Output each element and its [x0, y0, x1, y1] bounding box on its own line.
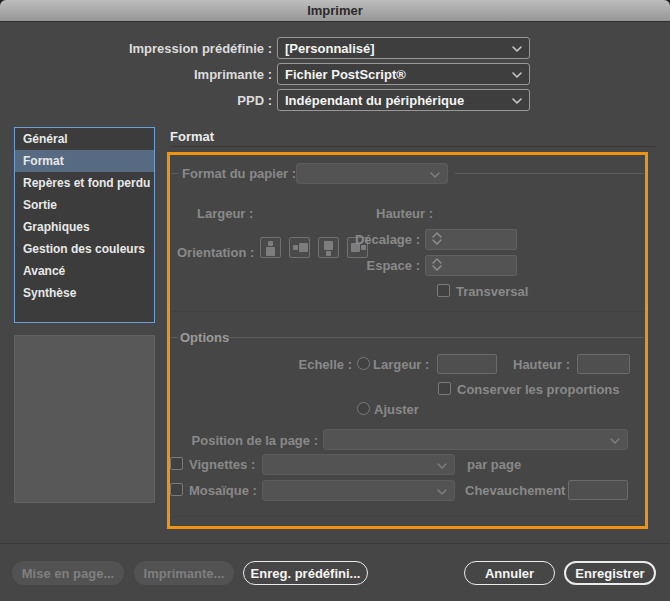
save-preset-button[interactable]: Enreg. prédéfini... [243, 561, 368, 585]
ppd-label: PPD : [40, 93, 272, 108]
scale-height-label: Hauteur : [513, 357, 570, 372]
dialog-title: Imprimer [307, 3, 363, 18]
fit-radio[interactable] [357, 402, 370, 415]
print-dialog: Imprimer Impression prédéfinie : [Person… [0, 0, 670, 601]
space-input[interactable] [425, 255, 517, 276]
legend-line-left [171, 337, 178, 338]
page-position-dropdown[interactable] [323, 429, 628, 450]
print-preview-area [14, 335, 155, 503]
tiling-checkbox[interactable] [170, 483, 183, 496]
panel-heading: Format [170, 129, 214, 144]
sidebar-item-gestion-couleurs[interactable]: Gestion des couleurs [15, 238, 154, 260]
sidebar-item-reperes-fond-perdu[interactable]: Repères et fond perdu [15, 172, 154, 194]
stepper-icon[interactable] [432, 258, 442, 271]
options-legend: Options [180, 330, 229, 345]
heading-divider [170, 146, 655, 147]
sidebar-item-avance[interactable]: Avancé [15, 260, 154, 282]
cancel-button[interactable]: Annuler [464, 561, 555, 585]
footer-divider [0, 543, 670, 544]
page-position-label: Position de la page : [150, 433, 318, 448]
sidebar-item-format[interactable]: Format [15, 150, 154, 172]
fit-label: Ajuster [374, 402, 419, 417]
legend-line-left [171, 173, 179, 174]
printer-value: Fichier PostScript® [285, 67, 406, 82]
paper-width-label: Largeur : [197, 206, 253, 221]
save-button[interactable]: Enregistrer [564, 561, 656, 585]
printer-button[interactable]: Imprimante... [134, 561, 234, 585]
sections-list: Général Format Repères et fond perdu Sor… [14, 127, 155, 323]
transversal-checkbox[interactable] [437, 284, 450, 297]
scale-radio[interactable] [357, 357, 370, 370]
scale-label: Echelle : [252, 357, 352, 372]
keep-proportions-label: Conserver les proportions [457, 382, 620, 397]
stepper-icon[interactable] [432, 232, 442, 245]
ppd-value: Indépendant du périphérique [285, 93, 464, 108]
scale-width-input[interactable] [437, 354, 497, 374]
chevron-down-icon [437, 489, 447, 495]
paper-height-label: Hauteur : [376, 206, 433, 221]
title-bar: Imprimer [0, 0, 670, 22]
paper-format-dropdown[interactable] [296, 163, 448, 184]
print-preset-value: [Personnalisé] [285, 41, 375, 56]
ppd-dropdown[interactable]: Indépendant du périphérique [277, 89, 530, 111]
thumbnails-checkbox[interactable] [170, 457, 183, 470]
chevron-down-icon [512, 46, 522, 52]
keep-proportions-checkbox[interactable] [438, 382, 451, 395]
chevron-down-icon [610, 438, 620, 444]
legend-line-right [455, 173, 644, 174]
scale-height-input[interactable] [577, 354, 630, 374]
chevron-down-icon [512, 72, 522, 78]
space-label: Espace : [290, 258, 420, 273]
sidebar-item-sortie[interactable]: Sortie [15, 194, 154, 216]
legend-line-right [228, 337, 644, 338]
sidebar-item-general[interactable]: Général [15, 128, 154, 150]
tiling-label: Mosaïque : [189, 483, 257, 498]
chevron-down-icon [430, 172, 440, 178]
sidebar-item-synthese[interactable]: Synthèse [15, 282, 154, 304]
orientation-label: Orientation : [177, 245, 254, 260]
chevron-down-icon [512, 98, 522, 104]
print-preset-dropdown[interactable]: [Personnalisé] [277, 37, 530, 59]
print-preset-label: Impression prédéfinie : [40, 41, 272, 56]
transversal-label: Transversal [456, 284, 528, 299]
sidebar-item-graphiques[interactable]: Graphiques [15, 216, 154, 238]
page-block [266, 247, 275, 256]
overlap-input[interactable] [568, 480, 628, 500]
chevron-down-icon [437, 463, 447, 469]
scale-width-label: Largeur : [373, 357, 429, 372]
printer-label: Imprimante : [40, 67, 272, 82]
thumbnails-label: Vignettes : [189, 457, 255, 472]
per-page-label: par page [467, 457, 521, 472]
page-dot [268, 241, 273, 246]
group-divider [172, 311, 645, 312]
page-dot [326, 251, 331, 256]
tiling-dropdown[interactable] [262, 480, 455, 501]
group-divider [172, 516, 645, 517]
overlap-label: Chevauchement : [465, 483, 573, 498]
thumbnails-dropdown[interactable] [262, 454, 455, 475]
page-setup-button[interactable]: Mise en page... [12, 561, 124, 585]
offset-label: Décalage : [290, 232, 420, 247]
paper-format-label: Format du papier : [182, 166, 296, 181]
orientation-portrait-icon[interactable] [260, 237, 281, 258]
offset-input[interactable] [425, 229, 517, 250]
printer-dropdown[interactable]: Fichier PostScript® [277, 63, 530, 85]
